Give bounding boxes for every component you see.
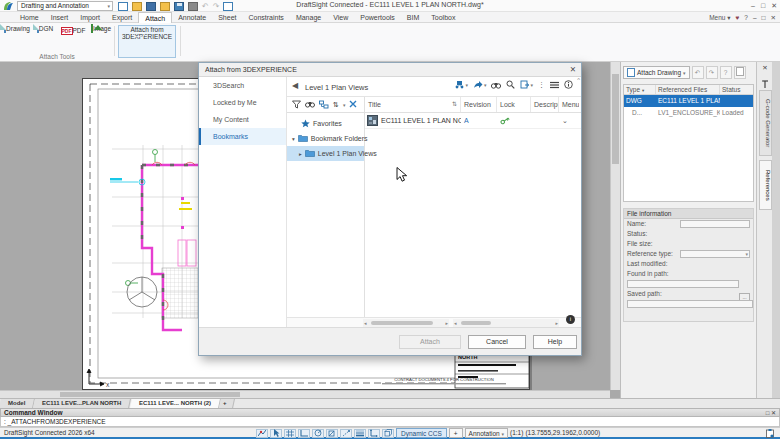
saved-path-field[interactable] bbox=[627, 300, 753, 308]
tab-home[interactable]: Home bbox=[14, 12, 45, 23]
find-icon[interactable] bbox=[305, 100, 315, 109]
cube-icon[interactable] bbox=[382, 429, 394, 438]
minimize-button[interactable]: – bbox=[751, 0, 755, 11]
tag-manager-icon[interactable]: ▾ bbox=[455, 80, 468, 89]
back-icon[interactable]: ◀ bbox=[292, 81, 298, 90]
ortho-icon[interactable] bbox=[298, 429, 310, 438]
tab-model[interactable]: Model bbox=[0, 399, 35, 408]
tab-constraints[interactable]: Constraints bbox=[242, 12, 289, 23]
column-title[interactable]: Title⇅ bbox=[365, 97, 461, 112]
attach-from-3dexperience-tool[interactable]: Attach from 3DEXPERIENCE bbox=[118, 25, 176, 58]
expand-right-icon[interactable]: ▸ bbox=[299, 151, 302, 157]
attach-pdf-tool[interactable]: PDFPDF bbox=[60, 25, 86, 38]
reference-row-child[interactable]: D... LV1_ENCLOSURE_KEY... Loaded bbox=[624, 107, 753, 119]
ccs-axis-icon[interactable] bbox=[368, 429, 380, 438]
whats-new-icon[interactable]: ♥ bbox=[736, 12, 740, 23]
clear-filter-icon[interactable] bbox=[349, 100, 357, 109]
ref-column-type[interactable]: Type ▾ bbox=[624, 85, 656, 94]
add-sheet-button[interactable]: + bbox=[219, 399, 235, 408]
command-close-icon[interactable]: ✕ bbox=[771, 410, 776, 416]
close-button[interactable]: ✕ bbox=[771, 0, 777, 11]
nav-locked-by-me[interactable]: Locked by Me bbox=[199, 94, 286, 111]
list-item-row[interactable]: EC111 LEVEL 1 PLAN NORTH A ⌄ bbox=[365, 113, 581, 129]
row-menu-icon[interactable]: ⌄ bbox=[559, 117, 579, 125]
cancel-button[interactable]: Cancel bbox=[468, 335, 526, 349]
tree-level-1-plan-views[interactable]: ▸ Level 1 Plan Views bbox=[287, 146, 364, 161]
tab-view[interactable]: View bbox=[327, 12, 354, 23]
command-float-icon[interactable]: □ bbox=[766, 410, 770, 416]
attach-button[interactable]: Attach bbox=[399, 335, 461, 349]
more-options-icon[interactable]: ⋮ bbox=[538, 81, 545, 89]
column-sort-icon[interactable]: ⇅ bbox=[452, 97, 457, 112]
help-button[interactable]: Help bbox=[533, 335, 577, 349]
help-icon[interactable]: ? bbox=[744, 12, 748, 23]
unload-reference-icon[interactable]: ↷ bbox=[706, 66, 718, 79]
doc-close-button[interactable]: ✕ bbox=[771, 12, 776, 23]
info-icon[interactable] bbox=[564, 80, 573, 89]
sort-icon[interactable]: ⇅ bbox=[333, 101, 339, 109]
help-info-icon[interactable]: i bbox=[566, 315, 575, 324]
select-cursor-icon[interactable] bbox=[270, 429, 282, 438]
tab-sheet[interactable]: Sheet bbox=[212, 12, 242, 23]
menu-dropdown[interactable]: Menu ▾ bbox=[709, 12, 730, 23]
tab-toolbox[interactable]: Toolbox bbox=[425, 12, 461, 23]
binoculars-icon[interactable] bbox=[491, 81, 501, 89]
attach-drawing-button[interactable]: Attach Drawing ▾ bbox=[623, 66, 690, 79]
nav-bookmarks[interactable]: Bookmarks bbox=[199, 128, 286, 145]
tree-favorites[interactable]: Favorites bbox=[287, 116, 364, 131]
attach-drawing-tool[interactable]: Drawing bbox=[4, 25, 30, 32]
reference-row-dwg[interactable]: DWG EC111 LEVEL 1 PLAN ... bbox=[624, 95, 753, 107]
reference-help-icon[interactable]: ? bbox=[720, 66, 732, 79]
lineweight-icon[interactable] bbox=[354, 429, 366, 438]
doc-restore-button[interactable]: □ bbox=[762, 12, 766, 23]
hierarchy-icon[interactable] bbox=[319, 100, 329, 110]
add-workspace-button[interactable]: + bbox=[449, 428, 463, 438]
polar-icon[interactable] bbox=[312, 429, 324, 438]
ref-column-files[interactable]: Referenced Files bbox=[656, 85, 720, 94]
nav-my-content[interactable]: My Content bbox=[199, 111, 286, 128]
tab-sheet-1[interactable]: EC111 LEVE...PLAN NORTH bbox=[33, 399, 131, 408]
export-icon[interactable]: ▾ bbox=[520, 80, 533, 89]
tab-annotate[interactable]: Annotate bbox=[172, 12, 212, 23]
open-reference-icon[interactable] bbox=[734, 66, 746, 79]
command-input[interactable]: : _ATTACHFROM3DEXPERIENCE bbox=[0, 417, 780, 427]
reference-type-select[interactable] bbox=[680, 250, 750, 258]
annotation-scale-select[interactable]: Annotation ▾ bbox=[465, 428, 508, 438]
collapse-panel-icon[interactable]: ^ bbox=[577, 77, 580, 83]
expand-down-icon[interactable]: ▾ bbox=[292, 136, 295, 142]
search-icon[interactable] bbox=[506, 80, 515, 89]
column-revision[interactable]: Revision bbox=[461, 97, 497, 112]
tab-powertools[interactable]: Powertools bbox=[354, 12, 401, 23]
canvas-vertical-scrollbar[interactable] bbox=[610, 62, 620, 390]
dialog-close-icon[interactable]: ✕ bbox=[570, 63, 576, 77]
column-description[interactable]: Descriptio bbox=[531, 97, 559, 112]
tab-manage[interactable]: Manage bbox=[290, 12, 327, 23]
attach-image-tool[interactable]: Image bbox=[88, 25, 114, 32]
tree-bookmark-folders[interactable]: ▾ Bookmark Folders bbox=[287, 131, 364, 146]
doc-minimize-button[interactable]: – bbox=[753, 12, 757, 23]
etrack-icon[interactable] bbox=[340, 429, 352, 438]
dynamic-ccs-button[interactable]: Dynamic CCS bbox=[396, 428, 447, 438]
filter-icon[interactable] bbox=[292, 100, 301, 110]
tab-insert[interactable]: Insert bbox=[45, 12, 75, 23]
list-view-icon[interactable] bbox=[550, 81, 559, 89]
ref-column-status[interactable]: Status bbox=[720, 85, 753, 94]
tab-sheet-2[interactable]: EC111 LEVE... NORTH (2) bbox=[130, 399, 221, 408]
name-field[interactable] bbox=[680, 220, 750, 228]
grid-icon[interactable] bbox=[284, 429, 296, 438]
tab-references[interactable]: References bbox=[759, 160, 772, 210]
file-information-header[interactable]: File information bbox=[624, 209, 753, 219]
reload-reference-icon[interactable]: ↶ bbox=[692, 66, 704, 79]
clipboard-icon[interactable] bbox=[766, 429, 774, 439]
attach-dgn-tool[interactable]: DGN bbox=[32, 25, 58, 32]
share-icon[interactable]: ▾ bbox=[473, 80, 487, 89]
tab-bim[interactable]: BIM bbox=[401, 12, 425, 23]
list-horizontal-scrollbar[interactable]: ◂ ▸ bbox=[453, 319, 559, 327]
tab-attach[interactable]: Attach bbox=[138, 12, 172, 23]
palette-close-icon[interactable]: ✕ bbox=[757, 64, 773, 72]
tab-export[interactable]: Export bbox=[106, 12, 138, 23]
canvas-horizontal-scrollbar[interactable] bbox=[0, 390, 610, 398]
tab-gcode-generator[interactable]: G-code Generator bbox=[759, 90, 772, 156]
nav-3dsearch[interactable]: 3DSearch bbox=[199, 77, 286, 94]
sort-dropdown-icon[interactable]: ▾ bbox=[343, 102, 346, 108]
